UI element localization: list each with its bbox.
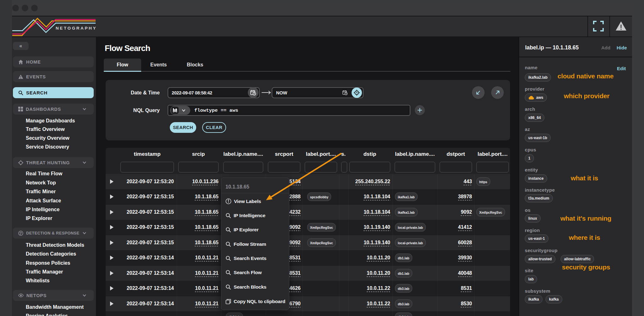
svg-text:NETOGRAPHY: NETOGRAPHY — [56, 26, 96, 31]
